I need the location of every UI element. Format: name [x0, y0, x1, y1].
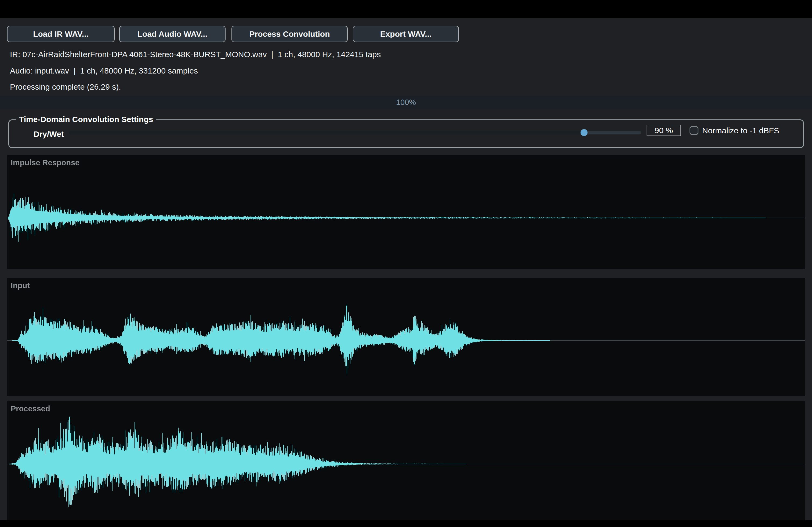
ir-status-text: IR: 07c-AirRaidShelterFront-DPA 4061-Ste…	[10, 50, 381, 59]
input-panel-label: Input	[11, 281, 30, 290]
load-ir-button[interactable]: Load IR WAV...	[7, 26, 115, 42]
progress-percent-label: 100%	[396, 98, 416, 107]
processing-status-text: Processing complete (26.29 s).	[10, 82, 121, 91]
load-audio-button[interactable]: Load Audio WAV...	[119, 26, 226, 42]
convolution-settings-group: Time-Domain Convolution Settings Dry/Wet…	[8, 119, 804, 148]
process-convolution-button[interactable]: Process Convolution	[231, 26, 348, 42]
progress-bar: 100%	[0, 96, 812, 109]
processed-panel-label: Processed	[11, 404, 50, 413]
export-wav-button[interactable]: Export WAV...	[353, 26, 459, 42]
group-title: Time-Domain Convolution Settings	[16, 115, 156, 124]
input-panel: Input	[7, 278, 805, 396]
app-window: Load IR WAV... Load Audio WAV... Process…	[0, 18, 812, 520]
impulse-response-panel-label: Impulse Response	[11, 158, 79, 167]
audio-status-text: Audio: input.wav | 1 ch, 48000 Hz, 33120…	[10, 66, 198, 75]
impulse-response-waveform	[7, 155, 805, 269]
dry-wet-value-field[interactable]: 90 %	[647, 125, 681, 136]
processed-panel: Processed	[7, 401, 805, 520]
input-waveform	[7, 278, 805, 396]
normalize-checkbox-label[interactable]: Normalize to -1 dBFS	[702, 126, 779, 135]
dry-wet-label: Dry/Wet	[33, 130, 64, 139]
normalize-checkbox[interactable]	[690, 126, 698, 135]
slider-filled-track[interactable]	[69, 131, 584, 134]
dry-wet-slider[interactable]	[69, 131, 641, 134]
impulse-response-panel: Impulse Response	[7, 155, 805, 269]
slider-handle[interactable]	[581, 129, 588, 136]
processed-waveform	[7, 401, 805, 520]
